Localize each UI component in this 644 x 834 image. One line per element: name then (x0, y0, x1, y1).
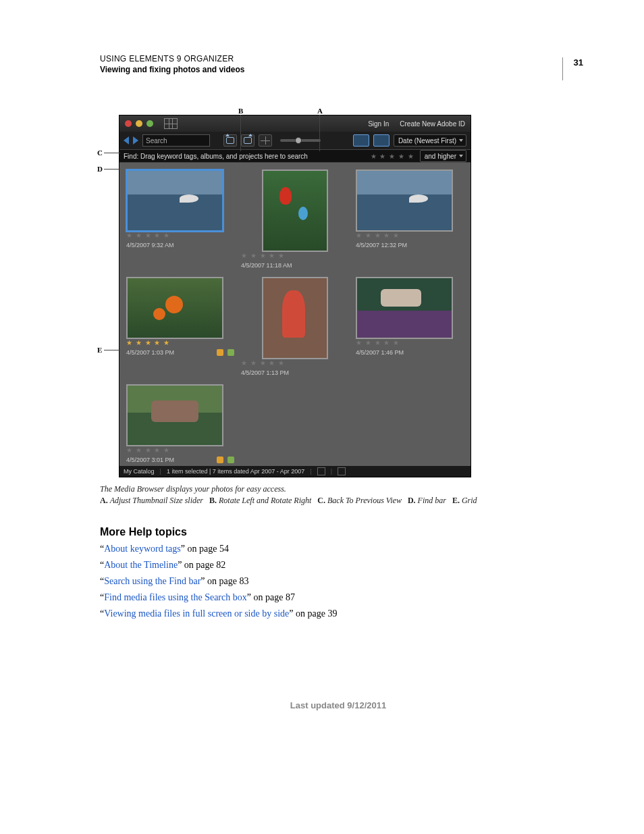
close-icon[interactable] (125, 120, 132, 127)
photo-placeholder (128, 386, 222, 445)
rating-filter-stars[interactable]: ★ ★ ★ ★ ★ (371, 153, 414, 160)
forward-button[interactable] (133, 136, 138, 145)
help-link[interactable]: Find media files using the Search box (104, 592, 247, 602)
help-link[interactable]: Search using the Find bar (104, 576, 200, 586)
help-link[interactable]: About the Timeline (104, 560, 178, 570)
thumbnail-grid: ★ ★ ★ ★ ★4/5/2007 9:32 AM★ ★ ★ ★ ★4/5/20… (119, 163, 471, 466)
find-bar-hint: Find: Drag keyword tags, albums, and pro… (124, 153, 365, 160)
callout-line (104, 169, 120, 170)
thumbnail-image[interactable] (356, 277, 453, 339)
help-topic: “Search using the Find bar” on page 83 (100, 576, 576, 587)
fullscreen-view-button[interactable] (373, 134, 390, 147)
thumbnail-image[interactable] (356, 170, 453, 232)
help-link[interactable]: About keyword tags (104, 544, 181, 554)
help-topic: “About the Timeline” on page 82 (100, 560, 576, 571)
callout-line (104, 153, 120, 153)
thumbnail-date: 4/5/2007 9:32 AM (126, 242, 174, 249)
rating-stars[interactable]: ★ ★ ★ ★ ★ (126, 232, 234, 239)
window-titlebar: Sign In Create New Adobe ID (119, 115, 471, 132)
tag-badge-icon (227, 349, 234, 356)
rating-stars[interactable]: ★ ★ ★ ★ ★ (241, 359, 349, 367)
rating-stars[interactable]: ★ ★ ★ ★ ★ (356, 339, 464, 346)
figure-caption: The Media Browser displays your photos f… (100, 484, 576, 494)
thumbnail-image[interactable] (126, 277, 223, 339)
rating-stars[interactable]: ★ ★ ★ ★ ★ (126, 446, 234, 454)
help-link[interactable]: Viewing media files in full screen or si… (104, 608, 289, 619)
tag-badge-icon (217, 457, 223, 463)
single-photo-view-button[interactable] (353, 134, 369, 147)
figure: B A C D E Sign In Create New Adobe ID (100, 115, 478, 477)
thumbnail-grid-icon[interactable] (259, 134, 272, 147)
more-help-heading: More Help topics (100, 526, 576, 538)
thumbnail-date: 4/5/2007 1:46 PM (356, 349, 404, 356)
photo-placeholder (357, 171, 452, 230)
thumbnail-date: 4/5/2007 3:01 PM (126, 457, 174, 463)
thumbnail-image[interactable] (126, 170, 223, 232)
page-number: 31 (562, 57, 583, 80)
sort-dropdown[interactable]: Date (Newest First) (394, 134, 466, 147)
tag-badge-icon (217, 349, 223, 356)
thumbnail-cell[interactable]: ★ ★ ★ ★ ★4/5/2007 1:13 PM (241, 277, 349, 376)
thumbnail-image[interactable] (262, 170, 328, 252)
thumbnail-size-slider[interactable] (280, 139, 321, 142)
thumbnail-date: 4/5/2007 1:13 PM (241, 369, 289, 376)
back-button[interactable] (124, 136, 129, 145)
help-topic: “Viewing media files in full screen or s… (100, 608, 576, 619)
status-summary: 1 item selected | 7 items dated Apr 2007… (167, 468, 304, 475)
find-bar[interactable]: Find: Drag keyword tags, albums, and pro… (119, 149, 471, 163)
callout-label-d: D (97, 165, 103, 173)
figure-legend: A. Adjust Thumbnail Size slider B. Rotat… (100, 496, 576, 506)
callout-line (319, 115, 320, 151)
rating-stars[interactable]: ★ ★ ★ ★ ★ (241, 252, 349, 259)
status-icon[interactable] (317, 467, 325, 475)
sign-in-link[interactable]: Sign In (368, 120, 389, 128)
running-header-title: USING ELEMENTS 9 ORGANIZER (100, 54, 576, 63)
thumbnail-cell[interactable]: ★ ★ ★ ★ ★4/5/2007 11:18 AM (241, 170, 349, 269)
create-adobe-id-link[interactable]: Create New Adobe ID (400, 120, 465, 128)
callout-label-a: A (317, 107, 323, 115)
rotate-left-button[interactable] (223, 134, 237, 147)
status-icon[interactable] (338, 467, 346, 475)
thumbnail-cell[interactable]: ★ ★ ★ ★ ★4/5/2007 1:46 PM (356, 277, 464, 376)
thumbnail-cell[interactable]: ★ ★ ★ ★ ★4/5/2007 12:32 PM (356, 170, 464, 269)
thumbnail-date: 4/5/2007 11:18 AM (241, 262, 292, 269)
search-input[interactable]: Search (142, 134, 210, 147)
callout-line (104, 350, 120, 350)
help-topic: “Find media files using the Search box” … (100, 592, 576, 603)
thumbnail-date: 4/5/2007 12:32 PM (356, 242, 407, 249)
thumbnail-image[interactable] (262, 277, 328, 359)
tag-badge-icon (227, 457, 234, 463)
catalog-name: My Catalog (124, 468, 155, 475)
photo-placeholder (357, 278, 452, 338)
rotate-right-button[interactable] (241, 134, 254, 147)
footer-last-updated: Last updated 9/12/2011 (100, 700, 576, 710)
window-layout-icon[interactable] (164, 118, 178, 129)
thumbnail-cell[interactable]: ★ ★ ★ ★ ★4/5/2007 9:32 AM (126, 170, 234, 269)
thumbnail-image[interactable] (126, 384, 223, 446)
zoom-icon[interactable] (146, 120, 153, 127)
thumbnail-cell[interactable]: ★ ★ ★ ★ ★4/5/2007 1:03 PM (126, 277, 234, 376)
help-topic: “About keyword tags” on page 54 (100, 544, 576, 554)
status-bar: My Catalog | 1 item selected | 7 items d… (119, 466, 471, 477)
rating-stars[interactable]: ★ ★ ★ ★ ★ (356, 232, 464, 239)
rating-filter-dropdown[interactable]: and higher (420, 150, 466, 162)
photo-placeholder (128, 278, 222, 338)
thumbnail-date: 4/5/2007 1:03 PM (126, 349, 174, 356)
rating-stars[interactable]: ★ ★ ★ ★ ★ (126, 339, 234, 346)
callout-label-c: C (97, 149, 103, 157)
callout-label-b: B (238, 107, 243, 115)
toolbar: Search Date (Newest First) (119, 132, 471, 149)
minimize-icon[interactable] (136, 120, 142, 127)
callout-label-e: E (97, 346, 102, 354)
running-header-subtitle: Viewing and fixing photos and videos (100, 65, 576, 74)
thumbnail-cell[interactable]: ★ ★ ★ ★ ★4/5/2007 3:01 PM (126, 384, 234, 463)
photo-placeholder (263, 278, 327, 358)
photo-placeholder (263, 171, 327, 251)
photo-placeholder (128, 171, 222, 230)
media-browser-window: Sign In Create New Adobe ID Search Date … (119, 115, 471, 477)
